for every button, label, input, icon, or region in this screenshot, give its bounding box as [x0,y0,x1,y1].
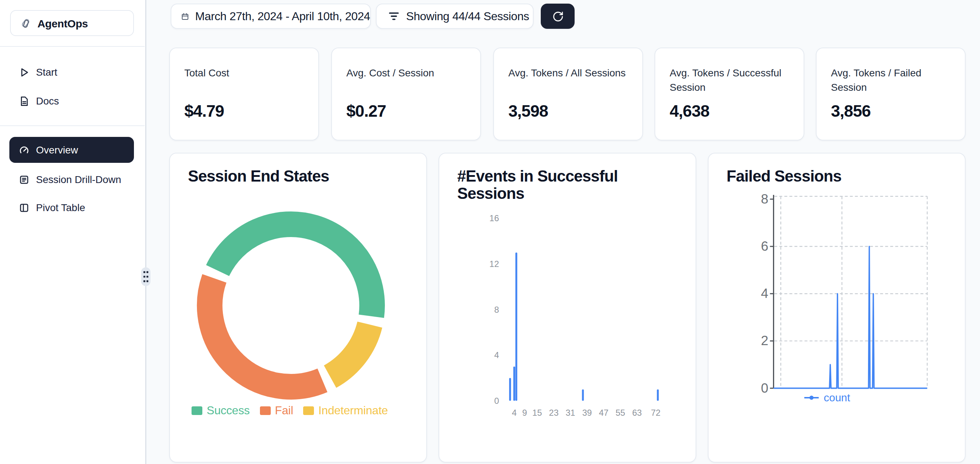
stat-value: $0.27 [346,102,386,121]
sidebar: AgentOps Start Docs Overview [0,0,146,464]
stat-card-avg-tokens-all: Avg. Tokens / All Sessions 3,598 [493,48,643,140]
stat-card-total-cost: Total Cost $4.79 [169,48,319,140]
calendar-icon [181,12,189,21]
x-tick-label: 4 [512,408,517,418]
sidebar-item-start[interactable]: Start [10,59,134,85]
legend-swatch [191,407,202,415]
y-tick-label: 12 [489,259,499,269]
sidebar-item-label: Overview [36,144,78,156]
document-icon [19,96,30,106]
donut-segment-fail [210,279,323,387]
date-range-button[interactable]: March 27th, 2024 - April 10th, 2024 [171,3,371,29]
y-tick-label: 8 [494,305,499,314]
play-icon [19,67,30,77]
x-tick-label: 39 [582,408,592,418]
legend-item-success[interactable]: Success [191,404,250,417]
legend-item-indeterminate[interactable]: Indeterminate [303,404,388,417]
donut-chart [190,205,392,407]
bar [515,252,517,401]
stat-label: Avg. Tokens / Successful Session [670,66,792,94]
stat-label: Avg. Tokens / Failed Session [831,66,953,94]
stat-label: Total Cost [185,66,307,80]
bar [514,367,515,401]
x-tick-label: 63 [632,408,642,418]
refresh-icon [552,10,563,22]
sidebar-item-overview[interactable]: Overview [10,137,134,163]
chart-legend: Success Fail Indeterminate [191,404,398,417]
failed-sessions-card: Failed Sessions 02468 count [708,153,966,462]
date-range-label: March 27th, 2024 - April 10th, 2024 [195,10,370,23]
sidebar-item-label: Session Drill-Down [36,174,121,185]
legend-swatch [260,407,271,415]
session-end-states-card: Session End States Success Fail Indeterm… [169,153,427,462]
x-tick-label: 72 [651,408,661,418]
panel-left-icon [19,202,30,213]
x-tick-label: 9 [522,408,527,418]
grip-dots-icon [142,269,150,285]
x-tick-label: 47 [599,408,609,418]
bar [509,378,511,400]
donut-segment-success [218,225,372,316]
legend-item-fail[interactable]: Fail [260,404,293,417]
sidebar-item-label: Docs [36,95,59,107]
stat-label: Avg. Cost / Session [346,66,469,80]
bar [582,389,584,401]
sidebar-item-label: Pivot Table [36,202,85,213]
sidebar-item-label: Start [36,66,57,78]
legend-swatch [303,407,314,415]
sidebar-item-pivot-table[interactable]: Pivot Table [10,195,134,220]
refresh-button[interactable] [541,3,574,29]
y-tick-label: 4 [494,350,499,360]
divider [0,46,145,47]
paperclip-icon [20,18,31,29]
notes-icon [19,174,30,185]
donut-segment-indeterminate [330,325,370,376]
gauge-icon [19,145,30,155]
sidebar-resize-handle[interactable] [141,267,151,286]
sessions-filter-button[interactable]: Showing 44/44 Sessions [376,3,534,29]
y-tick-label: 0 [494,396,499,406]
sessions-filter-label: Showing 44/44 Sessions [406,10,529,23]
stat-label: Avg. Tokens / All Sessions [508,66,631,80]
y-tick-label: 6 [761,239,768,254]
x-tick-label: 31 [566,408,575,418]
stat-card-avg-tokens-successful: Avg. Tokens / Successful Session 4,638 [654,48,804,140]
x-tick-label: 23 [549,408,559,418]
y-tick-label: 8 [761,192,768,206]
y-tick-label: 16 [489,213,499,223]
chart-legend-count[interactable]: count [804,391,850,403]
x-tick-label: 55 [616,408,625,418]
count-series-line [774,246,928,388]
y-tick-label: 0 [761,381,768,395]
chart-title: Failed Sessions [727,168,842,185]
chart-title: Session End States [188,168,329,185]
x-tick-label: 15 [533,408,542,418]
events-in-successful-sessions-card: #Events in Successful Sessions 048121649… [439,153,696,462]
y-tick-label: 2 [761,333,768,348]
bar [657,389,659,401]
stat-value: 3,598 [508,102,548,121]
stat-value: 3,856 [831,102,870,121]
brand-logo[interactable]: AgentOps [10,10,134,36]
divider [0,125,145,126]
chart-title: #Events in Successful Sessions [457,168,634,202]
stat-value: $4.79 [185,102,224,121]
stat-card-avg-cost-session: Avg. Cost / Session $0.27 [331,48,481,140]
line-marker-icon [804,394,819,400]
app-root: AgentOps Start Docs Overview [0,0,980,464]
filter-icon [389,11,399,21]
sidebar-item-session-drill-down[interactable]: Session Drill-Down [10,166,134,192]
legend-series-label: count [824,391,850,403]
sidebar-item-docs[interactable]: Docs [10,88,134,114]
stat-card-avg-tokens-failed: Avg. Tokens / Failed Session 3,856 [816,48,966,140]
stat-value: 4,638 [670,102,709,121]
line-chart: 02468 [708,153,966,463]
y-tick-label: 4 [761,286,768,301]
brand-name: AgentOps [37,17,88,29]
